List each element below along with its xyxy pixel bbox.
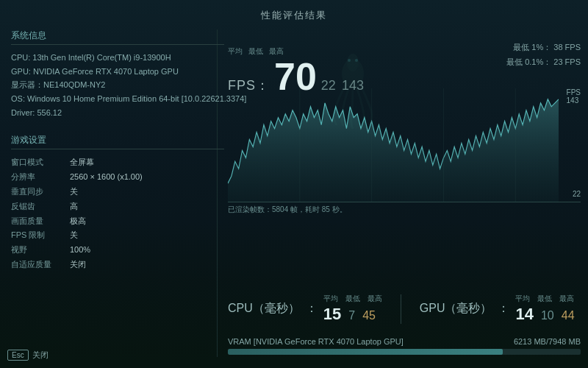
gpu-values-row: 14 10 44 (515, 305, 574, 324)
vram-used: 6213 MB/7948 MB (514, 337, 581, 346)
setting-row: 视野100% (11, 243, 224, 258)
setting-row: 画面质量极高 (11, 214, 224, 229)
setting-val: 高 (70, 199, 78, 214)
bottom-stats: CPU（毫秒） ： 平均 最低 最高 15 7 45 GPU（毫秒） ： 平均 … (228, 294, 581, 324)
setting-val: 关 (70, 185, 78, 199)
fps-main: 平均 最低 最高 FPS： 70 22 143 (228, 40, 581, 96)
vram-label: VRAM [NVIDIA GeForce RTX 4070 Laptop GPU… (228, 337, 404, 346)
close-label: 关闭 (32, 350, 49, 361)
cpu-max-val: 45 (362, 309, 376, 322)
cpu-min-val: 7 (348, 309, 355, 322)
chart-min-label: 22 (573, 190, 581, 198)
setting-row: 反锯齿高 (11, 199, 224, 214)
setting-val: 2560 × 1600 (x1.00) (70, 170, 143, 185)
vram-bar-fill (228, 349, 503, 355)
gpu-header-row: 平均 最低 最高 (515, 294, 574, 304)
chart-fps-text: FPS (567, 88, 581, 96)
vram-bar-bg (228, 349, 581, 355)
cpu-stats-group: CPU（毫秒） ： 平均 最低 最高 15 7 45 (228, 294, 382, 324)
fps-chart-svg (228, 88, 559, 202)
setting-val: 关 (70, 228, 78, 243)
cpu-stat-label: CPU（毫秒） (228, 301, 300, 316)
stats-divider (401, 294, 401, 324)
chart-max-val: 143 (567, 96, 581, 105)
gpu-stat-label: GPU（毫秒） (420, 301, 492, 316)
gpu-max-val: 44 (562, 309, 575, 322)
vram-section: VRAM [NVIDIA GeForce RTX 4070 Laptop GPU… (228, 337, 581, 355)
chart-footer: 已渲染帧数：5804 帧，耗时 85 秒。 (228, 205, 347, 215)
setting-key: 窗口模式 (11, 155, 70, 170)
svg-marker-4 (228, 99, 559, 202)
setting-key: 分辨率 (11, 170, 70, 185)
setting-key: 垂直同步 (11, 185, 70, 199)
setting-val: 关闭 (70, 258, 86, 272)
bottom-close[interactable]: Esc 关闭 (7, 350, 49, 361)
fps-min-label: 最低 (248, 46, 263, 57)
setting-row: 窗口模式全屏幕 (11, 155, 224, 170)
setting-row: 分辨率2560 × 1600 (x1.00) (11, 170, 224, 185)
chart-label-fps: FPS 143 (567, 88, 581, 105)
setting-val: 全屏幕 (70, 155, 94, 170)
setting-key: 自适应质量 (11, 258, 70, 272)
settings-rows: 窗口模式全屏幕分辨率2560 × 1600 (x1.00)垂直同步关反锯齿高画面… (11, 155, 224, 272)
setting-key: 画面质量 (11, 214, 70, 229)
cpu-info: CPU: 13th Gen Intel(R) Core(TM) i9-13900… (11, 51, 224, 65)
gpu-numbers: 平均 最低 最高 14 10 44 (515, 294, 574, 324)
gpu-stats-group: GPU（毫秒） ： 平均 最低 最高 14 10 44 (420, 294, 575, 324)
cpu-values-row: 15 7 45 (323, 305, 382, 324)
vram-header: VRAM [NVIDIA GeForce RTX 4070 Laptop GPU… (228, 337, 581, 346)
setting-row: 自适应质量关闭 (11, 258, 224, 272)
setting-val: 极高 (70, 214, 86, 229)
game-settings-section: 游戏设置 窗口模式全屏幕分辨率2560 × 1600 (x1.00)垂直同步关反… (11, 134, 224, 272)
fps-panel: 平均 最低 最高 FPS： 70 22 143 (228, 40, 581, 96)
gpu-colon: ： (498, 301, 509, 316)
gpu-avg-val: 14 (515, 305, 533, 324)
gpu-min-val: 10 (541, 309, 554, 322)
cpu-max-label: 最高 (368, 294, 382, 304)
cpu-avg-label: 平均 (323, 294, 338, 304)
cpu-min-label: 最低 (345, 294, 360, 304)
setting-key: 视野 (11, 243, 70, 258)
cpu-colon: ： (306, 301, 318, 316)
cpu-avg-val: 15 (323, 305, 341, 324)
display-info: 显示器：NE140QDM-NY2 (11, 78, 224, 92)
driver-info: Driver: 556.12 (11, 106, 224, 120)
left-panel: 系统信息 CPU: 13th Gen Intel(R) Core(TM) i9-… (11, 29, 224, 272)
gpu-min-label: 最低 (537, 294, 552, 304)
os-info: OS: Windows 10 Home Premium Edition 64-b… (11, 92, 224, 106)
fps-chart: FPS 143 22 已渲染帧数：5804 帧，耗时 85 秒。 (228, 88, 581, 202)
gpu-info: GPU: NVIDIA GeForce RTX 4070 Laptop GPU (11, 65, 224, 79)
setting-key: 反锯齿 (11, 199, 70, 214)
setting-row: 垂直同步关 (11, 185, 224, 199)
cpu-numbers: 平均 最低 最高 15 7 45 (323, 294, 382, 324)
system-info-title: 系统信息 (11, 29, 224, 45)
page-title: 性能评估结果 (0, 9, 588, 22)
setting-row: FPS 限制关 (11, 228, 224, 243)
setting-val: 100% (70, 243, 90, 258)
game-settings-title: 游戏设置 (11, 134, 224, 149)
esc-key-badge: Esc (7, 350, 29, 361)
gpu-max-label: 最高 (559, 294, 574, 304)
setting-key: FPS 限制 (11, 228, 70, 243)
gpu-avg-label: 平均 (515, 294, 530, 304)
cpu-header-row: 平均 最低 最高 (323, 294, 382, 304)
fps-avg-label: 平均 (228, 46, 243, 57)
